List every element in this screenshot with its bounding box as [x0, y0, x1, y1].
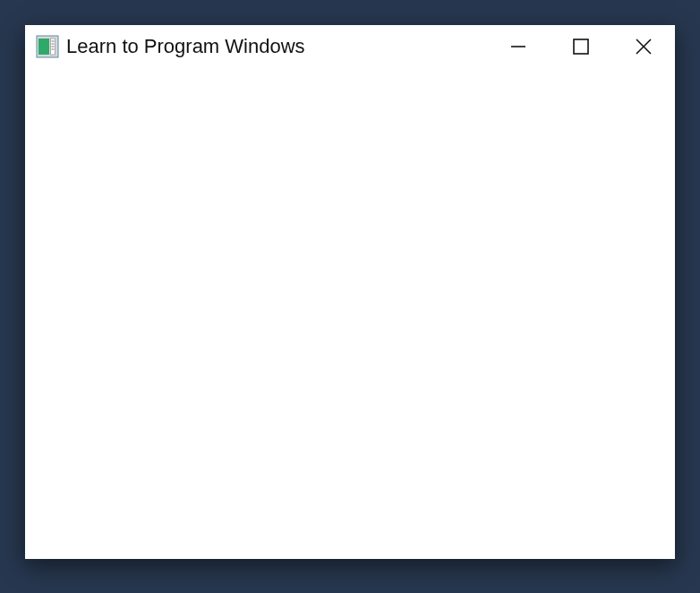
close-button[interactable]	[612, 25, 675, 68]
window-title: Learn to Program Windows	[66, 35, 305, 58]
app-icon	[36, 35, 59, 58]
window-controls	[487, 25, 675, 68]
close-icon	[634, 37, 653, 56]
maximize-icon	[571, 37, 591, 56]
maximize-button[interactable]	[550, 25, 612, 68]
minimize-icon	[508, 37, 528, 56]
svg-rect-1	[38, 39, 49, 55]
svg-rect-8	[574, 39, 588, 54]
title-bar[interactable]: Learn to Program Windows	[25, 25, 675, 68]
application-window: Learn to Program Windows	[25, 25, 675, 559]
client-area	[25, 68, 675, 559]
minimize-button[interactable]	[487, 25, 550, 68]
